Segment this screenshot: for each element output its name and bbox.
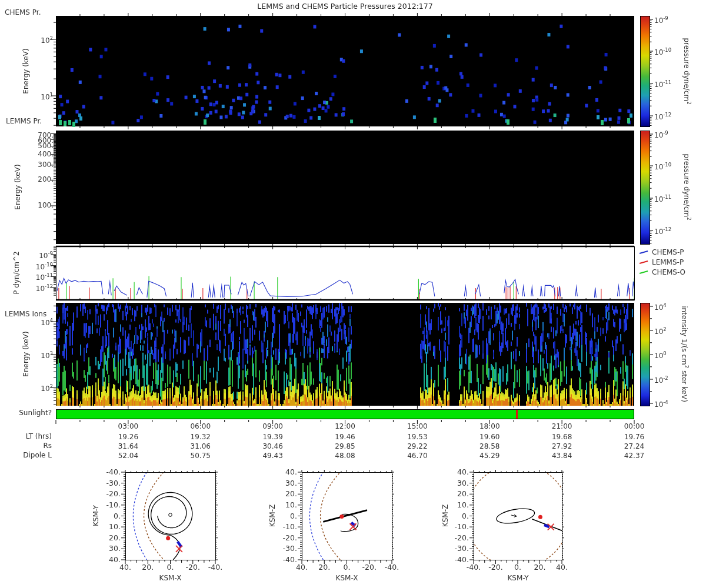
orbit-xtick: 20.: [528, 563, 552, 571]
orbit-ytick: -10.: [106, 501, 121, 509]
pressure-ytick: 10-10: [36, 261, 53, 271]
orbit-ytick: 0.: [462, 512, 469, 520]
ions-colorbar-tick: 104: [654, 302, 667, 312]
ephemeris-value: 19.39: [255, 433, 291, 441]
ephemeris-value: 30.46: [255, 443, 291, 450]
orbit-xtick: 0.: [506, 563, 530, 571]
ephemeris-value: 46.70: [399, 452, 435, 460]
ions-colorbar-label: intensity 1/(s cm2 ster keV): [680, 306, 690, 402]
ephemeris-value: 48.08: [328, 452, 363, 460]
lemms-colorbar-tick: 10-10: [654, 161, 671, 171]
orbit-xtick: 20.: [136, 563, 159, 571]
pressure-ytick: 10-11: [36, 272, 53, 282]
orbit-c-xlabel: KSM-Y: [500, 574, 536, 582]
ephemeris-value: 31.64: [111, 443, 146, 450]
chems-panel-label: CHEMS Pr.: [5, 9, 41, 16]
orbit-ytick: -30.: [283, 544, 297, 552]
ephemeris-value: 19.68: [544, 433, 580, 441]
chems-ytick: 102: [41, 35, 53, 45]
orbit-ytick: -10.: [455, 523, 469, 530]
ephemeris-value: 45.29: [472, 452, 507, 460]
chems-colorbar-tick: 10-11: [654, 79, 671, 89]
orbit-ytick: 10.: [109, 523, 121, 530]
legend-label-chems-o: CHEMS-O: [652, 268, 685, 276]
chems-colorbar-tick: 10-12: [654, 111, 671, 121]
ephemeris-value: 50.75: [183, 452, 218, 460]
ephemeris-value: 19.76: [617, 433, 652, 441]
ephemeris-value: 49.43: [255, 452, 291, 460]
ephemeris-value: 52.04: [111, 452, 146, 460]
ephemeris-value: 19.53: [399, 433, 435, 441]
lemms-ytick: 100.: [38, 202, 54, 209]
orbit-xtick: -20.: [358, 563, 381, 571]
ephemeris-value: 19.60: [472, 433, 507, 441]
ephemeris-value: 28.58: [472, 443, 507, 450]
orbit-ytick: -20.: [106, 490, 121, 497]
sunlight-row-label: Sunlight?: [19, 409, 52, 417]
ephemeris-value: 42.37: [617, 452, 652, 460]
legend-label-chems-p: CHEMS-P: [652, 248, 684, 256]
orbit-a-xlabel: KSM-X: [152, 574, 188, 582]
pressure-axis-label: P dyn/cm^2: [13, 251, 21, 294]
lemms-colorbar-label: pressure dyne/cm2: [682, 153, 692, 220]
lemms-ytick: 200.: [38, 176, 54, 183]
orbit-ytick: 20.: [457, 490, 469, 497]
orbit-ytick: 0.: [290, 512, 297, 520]
lemms-panel-label: LEMMS Pr.: [6, 118, 42, 125]
orbit-ytick: -40.: [283, 556, 297, 563]
chems-colorbar-tick: 10-9: [654, 15, 668, 25]
ephemeris-value: 27.24: [617, 443, 652, 450]
rs-row-label: Rs: [43, 442, 52, 450]
ephemeris-value: 19.32: [183, 433, 218, 441]
orbit-ytick: 10.: [457, 501, 469, 509]
ions-energy-axis-label: Energy (keV): [22, 331, 30, 376]
orbit-ytick: -40.: [455, 556, 469, 563]
legend-label-lemms-p: LEMMS-P: [652, 258, 684, 266]
orbit-xtick: -40.: [462, 563, 485, 571]
ephemeris-value: 43.84: [544, 452, 580, 460]
orbit-c-ylabel: KSM-Z: [442, 505, 449, 527]
orbit-ytick: 30.: [109, 544, 121, 552]
orbit-xtick: 40.: [550, 563, 574, 571]
ephemeris-value: 29.22: [399, 443, 435, 450]
orbit-a-ylabel: KSM-Y: [92, 505, 100, 526]
orbit-b-ylabel: KSM-Z: [269, 505, 277, 527]
dipole-l-row-label: Dipole L: [23, 452, 52, 459]
ephemeris-value: 31.06: [183, 443, 218, 450]
chems-ytick: 101: [41, 91, 53, 101]
orbit-xtick: 0.: [335, 563, 359, 571]
time-tick-label: 06:00: [183, 423, 218, 430]
lemms-ytick: 400.: [38, 151, 54, 158]
legend-item-chems-o: CHEMS-O: [652, 268, 685, 276]
lemms-energy-axis-label: Energy (keV): [14, 164, 22, 209]
ions-colorbar-tick: 10-4: [654, 399, 668, 409]
orbit-ytick: -30.: [106, 479, 121, 487]
time-tick-label: 18:00: [472, 423, 507, 430]
particle-pressure-plot-canvas: [0, 0, 706, 588]
orbit-ytick: 40.: [457, 468, 469, 476]
orbit-ytick: 0.: [114, 512, 121, 520]
lemms-chems-pressure-plot-page: { "title": "LEMMS and CHEMS Particle Pre…: [0, 0, 706, 588]
orbit-ytick: 40.: [285, 468, 297, 476]
orbit-ytick: 40.: [109, 556, 121, 563]
sunlight-indicator-bar: [56, 409, 634, 419]
legend-item-lemms-p: LEMMS-P: [652, 258, 684, 266]
pressure-ytick: 10-12: [36, 283, 53, 293]
lt-row-label: LT (hrs): [26, 433, 52, 440]
time-tick-label: 15:00: [399, 423, 435, 430]
orbit-xtick: -40.: [204, 563, 227, 571]
orbit-ytick: -30.: [455, 544, 469, 552]
chems-colorbar-tick: 10-10: [654, 46, 671, 56]
orbit-b-xlabel: KSM-X: [329, 574, 365, 582]
ions-ytick: 103: [41, 350, 53, 360]
orbit-xtick: 40.: [290, 563, 314, 571]
lemms-ytick: 500.: [38, 142, 54, 150]
time-tick-label: 09:00: [255, 423, 291, 430]
ephemeris-value: 19.26: [111, 433, 146, 441]
orbit-ytick: 20.: [109, 534, 121, 542]
lemms-colorbar-tick: 10-9: [654, 129, 668, 139]
lemms-ytick: 300.: [38, 161, 54, 169]
orbit-ytick: -10.: [283, 523, 297, 530]
orbit-ytick: 30.: [457, 479, 469, 487]
ions-ytick: 104: [41, 317, 53, 327]
